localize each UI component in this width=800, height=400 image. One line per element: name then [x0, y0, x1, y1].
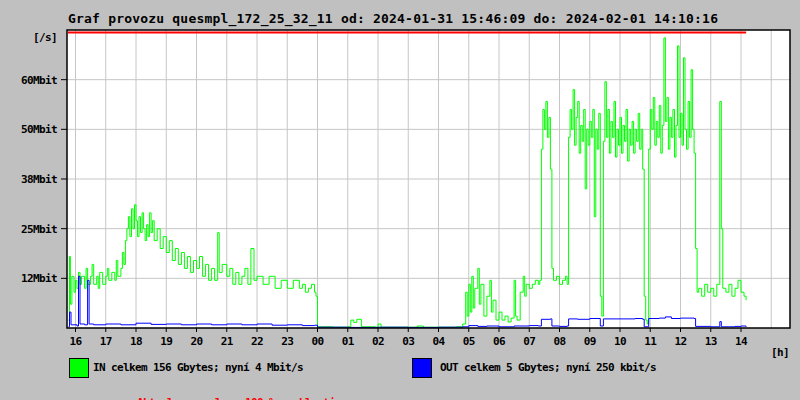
legend: IN celkem 156 Gbytes; nyní 4 Mbit/s OUT … [0, 358, 800, 378]
y-axis-labels: 12Mbit25Mbit38Mbit50Mbit60Mbit [21, 74, 67, 286]
x-tick-label: 00 [311, 335, 323, 348]
x-tick-label: 21 [221, 335, 234, 348]
out-legend-swatch [412, 358, 432, 378]
allowed-speed-text: Aktualne povoleno 100 % rychlosti [137, 396, 335, 400]
x-tick-label: 05 [463, 335, 475, 348]
x-tick-label: 03 [402, 335, 414, 348]
x-tick-label: 10 [614, 335, 626, 348]
x-tick-label: 12 [674, 335, 686, 348]
x-tick-label: 06 [493, 335, 506, 348]
x-tick-label: 07 [523, 335, 535, 348]
status-bar: Aktualne povoleno 100 % rychlosti Shaper… [113, 383, 347, 400]
x-tick-label: 23 [281, 335, 293, 348]
x-tick-label: 18 [130, 335, 142, 348]
y-tick-label: 50Mbit [21, 123, 57, 136]
in-legend-swatch [69, 358, 89, 378]
x-tick-label: 02 [372, 335, 384, 348]
x-tick-label: 01 [342, 335, 355, 348]
x-tick-label: 22 [251, 335, 263, 348]
x-axis-labels: 1617181920212223000102030405060708091011… [69, 328, 748, 348]
x-tick-label: 14 [735, 335, 748, 348]
y-tick-label: 38Mbit [21, 173, 57, 186]
x-tick-label: 04 [432, 335, 445, 348]
traffic-chart: 12Mbit25Mbit38Mbit50Mbit60Mbit1617181920… [0, 0, 800, 400]
out-legend-label: OUT celkem 5 Gbytes; nyní 250 kbit/s [440, 361, 656, 374]
in-legend-label: IN celkem 156 Gbytes; nyní 4 Mbit/s [93, 361, 303, 374]
traffic-graph-window: Graf provozu quesmpl_172_25_32_11 od: 20… [0, 0, 800, 400]
y-tick-label: 25Mbit [21, 223, 57, 236]
x-tick-label: 09 [584, 335, 596, 348]
x-tick-label: 20 [190, 335, 202, 348]
x-tick-label: 16 [69, 335, 82, 348]
x-tick-label: 08 [553, 335, 565, 348]
x-tick-label: 11 [644, 335, 657, 348]
x-tick-label: 17 [100, 335, 112, 348]
x-tick-label: 13 [705, 335, 717, 348]
x-tick-label: 19 [160, 335, 172, 348]
y-tick-label: 12Mbit [21, 272, 57, 285]
y-tick-label: 60Mbit [21, 74, 57, 87]
